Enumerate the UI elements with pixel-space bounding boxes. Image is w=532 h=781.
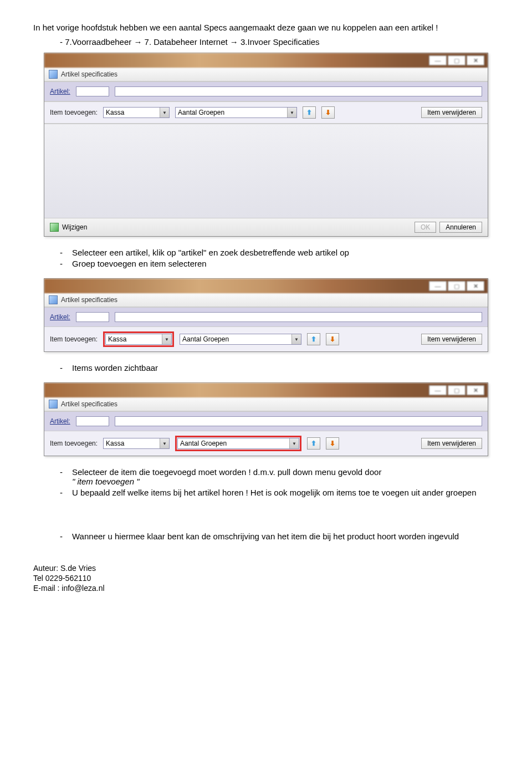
chevron-down-icon: ▼ (160, 108, 169, 118)
instructions-4: -Wanneer u hiermee klaar bent kan de oms… (60, 532, 499, 541)
maximize-icon: ▢ (448, 55, 466, 65)
maximize-icon: ▢ (448, 385, 466, 395)
item-dropdown[interactable]: Aantal Groepen ▼ (180, 334, 301, 345)
desktop-blur-bg: — ▢ ✕ (44, 53, 488, 68)
minimize-icon: — (429, 55, 447, 65)
artikel-desc-input[interactable] (115, 86, 482, 96)
wijzigen-button[interactable]: Wijzigen (62, 223, 87, 231)
window-title: Artikel specificaties (61, 400, 117, 408)
item-toevoegen-row: Item toevoegen: Kassa ▼ Aantal Groepen ▼… (44, 431, 488, 456)
item-dropdown-value: Aantal Groepen (178, 109, 287, 116)
artikel-label[interactable]: Artikel: (50, 88, 70, 95)
bullet-text: U bepaald zelf welke items bij het artik… (72, 488, 499, 497)
minimize-icon: — (429, 385, 447, 395)
chevron-down-icon: ▼ (287, 108, 296, 118)
bullet-text: Wanneer u hiermee klaar bent kan de omsc… (72, 532, 499, 541)
group-dropdown-value: Kassa (106, 440, 160, 447)
instructions-2: -Items worden zichtbaar (60, 363, 499, 372)
item-toevoegen-row: Item toevoegen: Kassa ▼ Aantal Groepen ▼… (44, 101, 488, 124)
group-dropdown[interactable]: Kassa ▼ (103, 438, 170, 449)
desktop-blur-bg: — ▢ ✕ (44, 279, 488, 293)
bullet-text: Items worden zichtbaar (72, 363, 499, 372)
window-titlebar: Artikel specificaties (44, 397, 488, 411)
window-title: Artikel specificaties (61, 70, 117, 78)
artikel-label[interactable]: Artikel: (50, 417, 70, 425)
item-dropdown[interactable]: Aantal Groepen ▼ (175, 107, 297, 118)
move-up-button[interactable]: ⬆ (307, 333, 320, 345)
chevron-down-icon: ▼ (291, 334, 301, 344)
item-verwijderen-button[interactable]: Item verwijderen (421, 334, 482, 345)
instructions-3: - Selecteer de item die toegevoegd moet … (60, 467, 499, 497)
footer-author: Auteur: S.de Vries (33, 563, 499, 573)
instructions-1: -Selecteer een artikel, klik op "artikel… (60, 248, 499, 268)
artikel-row: Artikel: (44, 307, 488, 326)
item-dropdown[interactable]: Aantal Groepen ▼ (177, 438, 299, 449)
italic-text: " item toevoegen " (72, 477, 140, 486)
dialog-footer: Wijzigen OK Annuleren (44, 218, 488, 236)
artikel-label[interactable]: Artikel: (50, 313, 70, 321)
item-toevoegen-label: Item toevoegen: (50, 335, 98, 343)
group-dropdown-value: Kassa (106, 109, 160, 116)
app-icon (49, 400, 58, 409)
dialog-screenshot-1: — ▢ ✕ Artikel specificaties Artikel: Ite… (44, 53, 488, 237)
chevron-down-icon: ▼ (289, 438, 299, 448)
desktop-blur-bg: — ▢ ✕ (44, 383, 488, 397)
wijzigen-icon (50, 223, 59, 232)
annuleren-button[interactable]: Annuleren (439, 222, 482, 233)
move-down-button[interactable]: ⬇ (321, 106, 335, 119)
item-dropdown-value: Aantal Groepen (180, 440, 289, 447)
chevron-down-icon: ▼ (160, 438, 169, 448)
window-title: Artikel specificaties (61, 296, 117, 304)
footer-tel: Tel 0229-562110 (33, 573, 499, 583)
artikel-code-input[interactable] (76, 416, 109, 426)
move-up-button[interactable]: ⬆ (307, 437, 320, 450)
document-footer: Auteur: S.de Vries Tel 0229-562110 E-mai… (33, 563, 499, 594)
item-dropdown-value: Aantal Groepen (182, 335, 291, 343)
artikel-row: Artikel: (44, 81, 488, 101)
item-list-area (44, 124, 488, 218)
highlight-group-dropdown: Kassa ▼ (103, 331, 174, 347)
artikel-desc-input[interactable] (115, 312, 482, 322)
artikel-code-input[interactable] (76, 86, 109, 96)
item-verwijderen-button[interactable]: Item verwijderen (421, 438, 482, 449)
item-verwijderen-button[interactable]: Item verwijderen (421, 107, 482, 118)
artikel-desc-input[interactable] (115, 416, 482, 426)
bullet-text: Groep toevoegen en item selecteren (72, 259, 499, 268)
group-dropdown-value: Kassa (108, 335, 162, 343)
close-icon: ✕ (467, 55, 484, 65)
bullet-text: Selecteer de item die toegevoegd moet wo… (72, 467, 499, 486)
item-toevoegen-label: Item toevoegen: (50, 109, 98, 116)
minimize-icon: — (429, 281, 447, 291)
item-toevoegen-label: Item toevoegen: (50, 440, 98, 447)
app-icon (49, 70, 58, 79)
dialog-screenshot-2: — ▢ ✕ Artikel specificaties Artikel: Ite… (44, 278, 488, 352)
group-dropdown[interactable]: Kassa ▼ (103, 107, 170, 118)
close-icon: ✕ (467, 385, 484, 395)
artikel-row: Artikel: (44, 411, 488, 431)
move-down-button[interactable]: ⬇ (326, 437, 339, 450)
chevron-down-icon: ▼ (162, 334, 171, 344)
nav-path: - 7.Voorraadbeheer → 7. Databeheer Inter… (60, 37, 499, 48)
footer-email: E-mail : info@leza.nl (33, 583, 499, 593)
ok-button[interactable]: OK (415, 222, 436, 233)
intro-text: In het vorige hoofdstuk hebben we een aa… (33, 22, 499, 33)
move-up-button[interactable]: ⬆ (303, 106, 316, 119)
maximize-icon: ▢ (448, 281, 466, 291)
close-icon: ✕ (467, 281, 484, 291)
window-titlebar: Artikel specificaties (44, 68, 488, 81)
item-toevoegen-row: Item toevoegen: Kassa ▼ Aantal Groepen ▼… (44, 326, 488, 351)
group-dropdown[interactable]: Kassa ▼ (105, 334, 172, 345)
highlight-item-dropdown: Aantal Groepen ▼ (175, 436, 301, 451)
artikel-code-input[interactable] (76, 312, 109, 322)
app-icon (49, 295, 58, 304)
dialog-screenshot-3: — ▢ ✕ Artikel specificaties Artikel: Ite… (44, 382, 488, 456)
window-titlebar: Artikel specificaties (44, 293, 488, 307)
move-down-button[interactable]: ⬇ (326, 333, 339, 345)
bullet-text: Selecteer een artikel, klik op "artikel"… (72, 248, 499, 257)
